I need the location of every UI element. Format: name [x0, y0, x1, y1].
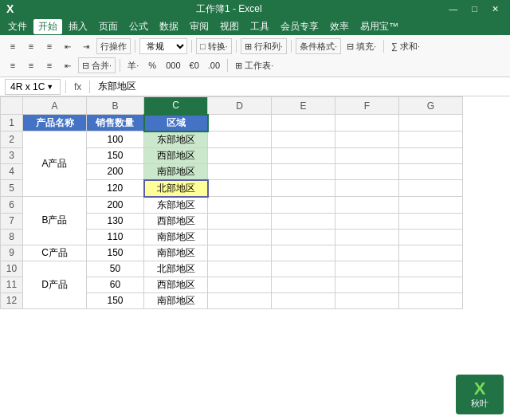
cell-b3[interactable]: 150 [87, 147, 144, 163]
outdent-btn[interactable]: ⇥ [78, 38, 94, 54]
cell-a9[interactable]: C产品 [23, 245, 87, 261]
col-header-a[interactable]: A [23, 97, 87, 115]
cell-f2[interactable] [335, 131, 399, 148]
format-btn[interactable]: 羊· [124, 57, 142, 73]
percent-btn[interactable]: % [144, 57, 160, 73]
cell-g3[interactable] [399, 147, 463, 163]
menu-efficiency[interactable]: 效率 [325, 18, 354, 35]
cell-c7[interactable]: 西部地区 [144, 213, 208, 229]
cell-d4[interactable] [208, 163, 272, 180]
cell-f10[interactable] [335, 261, 399, 277]
cell-g2[interactable] [399, 131, 463, 148]
cell-a10[interactable]: D产品 [23, 261, 87, 308]
cell-e11[interactable] [272, 277, 335, 292]
cell-d3[interactable] [208, 147, 272, 163]
cell-b5[interactable]: 120 [87, 180, 144, 197]
menu-page[interactable]: 页面 [94, 18, 123, 35]
menu-tools[interactable]: 工具 [245, 18, 274, 35]
cell-f12[interactable] [335, 292, 399, 308]
conditional-format-btn[interactable]: 条件格式· [296, 38, 341, 54]
dec-inc-btn[interactable]: €0 [186, 57, 202, 73]
menu-file[interactable]: 文件 [3, 18, 32, 35]
cell-e8[interactable] [272, 229, 335, 245]
cell-d9[interactable] [208, 245, 272, 261]
cell-c2[interactable]: 东部地区 [144, 131, 208, 148]
row-col-btn[interactable]: ⊞ 行和列· [241, 38, 287, 54]
wrap-btn[interactable]: 行操作 [96, 38, 131, 54]
cell-f7[interactable] [335, 213, 399, 229]
cell-d11[interactable] [208, 277, 272, 292]
merge-btn[interactable]: ⊟ 合并· [78, 57, 116, 73]
cell-g9[interactable] [399, 245, 463, 261]
cell-b8[interactable]: 110 [87, 229, 144, 245]
cell-b2[interactable]: 100 [87, 131, 144, 148]
cell-c4[interactable]: 南部地区 [144, 163, 208, 180]
tb2-b3[interactable]: ≡ [41, 57, 57, 73]
cell-c8[interactable]: 南部地区 [144, 229, 208, 245]
cell-e1[interactable] [272, 115, 335, 131]
tb2-b2[interactable]: ≡ [23, 57, 39, 73]
scroll-area[interactable]: A B C D E F G 1 产品名称 销售数量 区域 [0, 96, 510, 420]
menu-member[interactable]: 会员专享 [276, 18, 324, 35]
cell-g6[interactable] [399, 197, 463, 214]
cell-e7[interactable] [272, 213, 335, 229]
cell-e10[interactable] [272, 261, 335, 277]
cell-g7[interactable] [399, 213, 463, 229]
cell-e2[interactable] [272, 131, 335, 148]
cell-a6[interactable]: B产品 [23, 197, 87, 245]
cell-c3[interactable]: 西部地区 [144, 147, 208, 163]
cell-f5[interactable] [335, 180, 399, 197]
cell-g4[interactable] [399, 163, 463, 180]
col-header-e[interactable]: E [272, 97, 335, 115]
transform-btn[interactable]: □ 转换· [196, 38, 232, 54]
cell-d12[interactable] [208, 292, 272, 308]
cell-d7[interactable] [208, 213, 272, 229]
cell-c1[interactable]: 区域 [144, 115, 208, 131]
col-header-g[interactable]: G [399, 97, 463, 115]
cell-c11[interactable]: 西部地区 [144, 277, 208, 292]
cell-b6[interactable]: 200 [87, 197, 144, 214]
cell-f8[interactable] [335, 229, 399, 245]
cell-b11[interactable]: 60 [87, 277, 144, 292]
indent-btn[interactable]: ⇤ [60, 38, 76, 54]
cell-b1[interactable]: 销售数量 [87, 115, 144, 131]
align-right-btn[interactable]: ≡ [41, 38, 57, 54]
cell-c12[interactable]: 南部地区 [144, 292, 208, 308]
tb2-b1[interactable]: ≡ [5, 57, 21, 73]
cell-f3[interactable] [335, 147, 399, 163]
fill-btn[interactable]: ⊟ 填充· [343, 38, 379, 54]
menu-easyuse[interactable]: 易用宝™ [355, 18, 403, 35]
comma-btn[interactable]: 000 [163, 57, 183, 73]
cell-d6[interactable] [208, 197, 272, 214]
cell-a1[interactable]: 产品名称 [23, 115, 87, 131]
menu-insert[interactable]: 插入 [64, 18, 92, 35]
minimize-btn[interactable]: — [444, 4, 462, 14]
dropdown-icon[interactable]: ▼ [46, 83, 53, 91]
cell-e3[interactable] [272, 147, 335, 163]
menu-data[interactable]: 数据 [155, 18, 183, 35]
cell-b12[interactable]: 150 [87, 292, 144, 308]
cell-c6[interactable]: 东部地区 [144, 197, 208, 214]
view-select[interactable]: 常规 [139, 38, 187, 54]
worksheet-btn[interactable]: ⊞ 工作表· [232, 57, 277, 73]
cell-c5[interactable]: 北部地区 [144, 180, 208, 197]
cell-f6[interactable] [335, 197, 399, 214]
cell-d10[interactable] [208, 261, 272, 277]
cell-g5[interactable] [399, 180, 463, 197]
cell-e9[interactable] [272, 245, 335, 261]
dec-dec-btn[interactable]: .00 [205, 57, 223, 73]
cell-e12[interactable] [272, 292, 335, 308]
menu-view[interactable]: 视图 [215, 18, 244, 35]
cell-d5[interactable] [208, 180, 272, 197]
tb2-b4[interactable]: ⇤ [60, 57, 76, 73]
cell-f9[interactable] [335, 245, 399, 261]
cell-g11[interactable] [399, 277, 463, 292]
col-header-b[interactable]: B [87, 97, 144, 115]
menu-formula[interactable]: 公式 [124, 18, 153, 35]
col-header-d[interactable]: D [208, 97, 272, 115]
cell-d1[interactable] [208, 115, 272, 131]
cell-e4[interactable] [272, 163, 335, 180]
cell-b7[interactable]: 130 [87, 213, 144, 229]
cell-e5[interactable] [272, 180, 335, 197]
cell-b9[interactable]: 150 [87, 245, 144, 261]
